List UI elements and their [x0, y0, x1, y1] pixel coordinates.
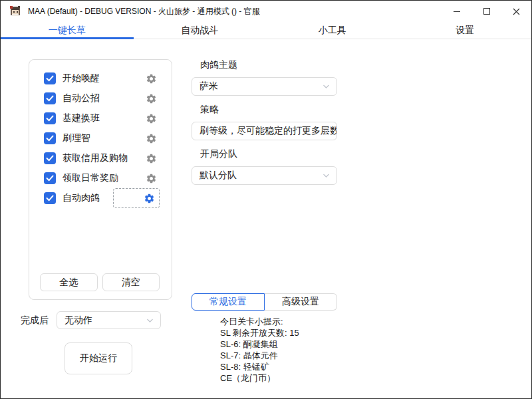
- strategy-dropdown[interactable]: 刷等级，尽可能稳定的打更多层数: [192, 122, 337, 140]
- tab-label: 小工具: [319, 25, 346, 37]
- tip-line: SL 剩余开放天数: 15: [220, 327, 299, 338]
- task-row-wakeup: 开始唤醒: [29, 68, 172, 88]
- squad-dropdown[interactable]: 默认分队: [192, 166, 337, 185]
- task-row-roguelike: 自动肉鸽: [29, 188, 172, 208]
- task-label: 刷理智: [63, 132, 90, 144]
- gear-icon-active: [144, 193, 155, 204]
- task-row-infrast: 基建换班: [29, 108, 172, 128]
- tab-label: 自动战斗: [181, 25, 218, 37]
- close-icon: [513, 8, 520, 15]
- task-row-fight: 刷理智: [29, 128, 172, 148]
- after-completion-row: 完成后 无动作: [21, 311, 161, 329]
- select-all-button[interactable]: 全选: [40, 273, 98, 291]
- daily-stage-tips: 今日关卡小提示: SL 剩余开放天数: 15 SL-6: 酮凝集组 SL-7: …: [220, 316, 299, 384]
- task-list-card: 开始唤醒 自动公招 基建换班 刷理智: [29, 59, 172, 300]
- close-button[interactable]: [501, 1, 531, 22]
- window-title: MAA (Default) - DEBUG VERSION - 火山旅梦 - 通…: [28, 6, 260, 17]
- chevron-down-icon: [322, 82, 331, 91]
- checkbox-checked[interactable]: [44, 112, 56, 124]
- tip-line: 今日关卡小提示:: [220, 316, 299, 327]
- focused-gear-button[interactable]: [113, 188, 160, 208]
- strategy-field: 策略 刷等级，尽可能稳定的打更多层数: [192, 104, 337, 140]
- squad-field: 开局分队 默认分队: [192, 148, 337, 185]
- gear-icon[interactable]: [146, 153, 157, 164]
- gear-icon[interactable]: [146, 113, 157, 124]
- task-label: 自动肉鸽: [63, 192, 100, 204]
- roguelike-settings-panel: 肉鸽主题 萨米 策略 刷等级，尽可能稳定的打更多层数 开局分队 默认分队: [192, 59, 337, 193]
- squad-label: 开局分队: [200, 148, 337, 160]
- theme-field: 肉鸽主题 萨米: [192, 59, 337, 96]
- squad-value: 默认分队: [200, 170, 237, 182]
- minimize-button[interactable]: [442, 1, 471, 22]
- main-content: 开始唤醒 自动公招 基建换班 刷理智: [1, 39, 531, 398]
- main-tabbar: 一键长草 自动战斗 小工具 设置: [1, 22, 531, 39]
- chevron-down-icon: [322, 172, 331, 180]
- gear-icon[interactable]: [146, 73, 157, 84]
- gear-icon[interactable]: [146, 93, 157, 104]
- task-label: 开始唤醒: [63, 72, 100, 84]
- maximize-icon: [483, 8, 490, 15]
- task-label: 获取信用及购物: [63, 152, 128, 164]
- tab-label: 设置: [456, 25, 474, 37]
- tab-tools[interactable]: 小工具: [266, 22, 399, 39]
- tip-line: SL-6: 酮凝集组: [220, 338, 299, 350]
- tab-label: 一键长草: [49, 25, 86, 37]
- maximize-button[interactable]: [471, 1, 501, 22]
- advanced-settings-tab[interactable]: 高级设置: [265, 293, 337, 311]
- tip-line: CE（龙门币）: [220, 372, 299, 384]
- theme-dropdown[interactable]: 萨米: [192, 77, 337, 96]
- strategy-value: 刷等级，尽可能稳定的打更多层数: [200, 125, 337, 137]
- strategy-label: 策略: [200, 104, 337, 116]
- titlebar: MAA (Default) - DEBUG VERSION - 火山旅梦 - 通…: [1, 1, 531, 22]
- theme-label: 肉鸽主题: [200, 59, 337, 71]
- checkbox-checked[interactable]: [44, 92, 56, 104]
- task-row-mall: 获取信用及购物: [29, 148, 172, 168]
- task-label: 自动公招: [63, 92, 100, 104]
- tip-line: SL-8: 轻锰矿: [220, 361, 299, 372]
- app-window: MAA (Default) - DEBUG VERSION - 火山旅梦 - 通…: [0, 0, 532, 399]
- gear-icon[interactable]: [146, 173, 157, 184]
- task-card-buttons: 全选 清空: [40, 273, 160, 291]
- start-run-button[interactable]: 开始运行: [65, 342, 132, 374]
- checkbox-checked[interactable]: [44, 72, 56, 84]
- checkbox-checked[interactable]: [44, 192, 56, 204]
- minimize-icon: [454, 11, 460, 12]
- task-row-award: 领取日常奖励: [29, 168, 172, 188]
- tab-copilot[interactable]: 自动战斗: [134, 22, 267, 39]
- task-row-recruit: 自动公招: [29, 88, 172, 108]
- checkbox-checked[interactable]: [44, 152, 56, 164]
- tab-farming[interactable]: 一键长草: [1, 22, 134, 39]
- app-icon: [9, 5, 22, 18]
- clear-button[interactable]: 清空: [102, 273, 160, 291]
- after-completion-value: 无动作: [65, 315, 92, 327]
- checkbox-checked[interactable]: [44, 172, 56, 184]
- tip-line: SL-7: 晶体元件: [220, 350, 299, 361]
- tab-settings[interactable]: 设置: [399, 22, 532, 39]
- task-label: 基建换班: [63, 112, 100, 124]
- after-completion-label: 完成后: [21, 315, 49, 327]
- gear-icon[interactable]: [146, 133, 157, 144]
- theme-value: 萨米: [200, 80, 218, 92]
- checkbox-checked[interactable]: [44, 132, 56, 144]
- after-completion-dropdown[interactable]: 无动作: [57, 311, 161, 329]
- task-label: 领取日常奖励: [63, 172, 118, 184]
- general-settings-tab[interactable]: 常规设置: [192, 293, 265, 311]
- chevron-down-icon: [322, 127, 331, 136]
- settings-tab-switch: 常规设置 高级设置: [192, 293, 337, 311]
- chevron-down-icon: [146, 316, 154, 325]
- task-rows: 开始唤醒 自动公招 基建换班 刷理智: [29, 60, 172, 208]
